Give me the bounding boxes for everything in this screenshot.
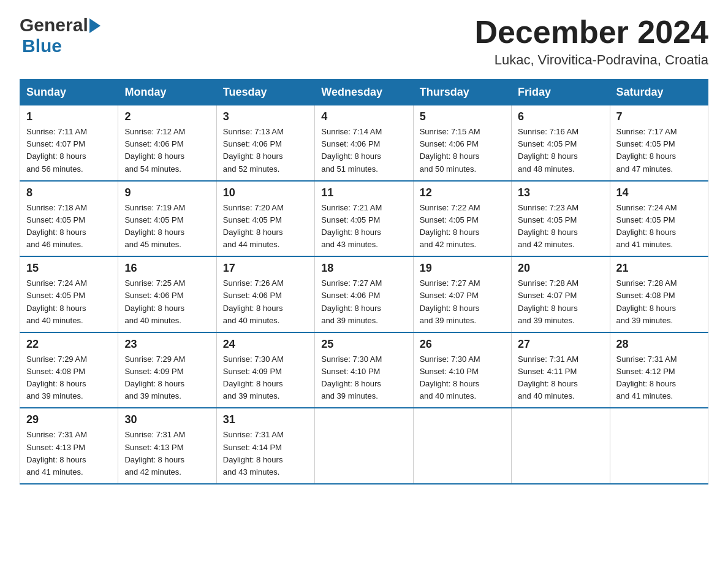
calendar-cell: 28 Sunrise: 7:31 AM Sunset: 4:12 PM Dayl… xyxy=(610,332,708,408)
day-info: Sunrise: 7:20 AM Sunset: 4:05 PM Dayligh… xyxy=(223,202,308,251)
day-number: 13 xyxy=(518,186,603,199)
day-info: Sunrise: 7:21 AM Sunset: 4:05 PM Dayligh… xyxy=(321,202,406,251)
calendar-cell: 1 Sunrise: 7:11 AM Sunset: 4:07 PM Dayli… xyxy=(20,105,118,181)
day-info: Sunrise: 7:29 AM Sunset: 4:08 PM Dayligh… xyxy=(26,353,112,403)
day-info: Sunrise: 7:31 AM Sunset: 4:13 PM Dayligh… xyxy=(124,429,210,478)
day-info: Sunrise: 7:12 AM Sunset: 4:06 PM Dayligh… xyxy=(124,126,210,175)
day-number: 11 xyxy=(321,186,406,199)
calendar-cell: 22 Sunrise: 7:29 AM Sunset: 4:08 PM Dayl… xyxy=(20,332,118,408)
calendar-header-tuesday: Tuesday xyxy=(216,80,314,105)
calendar-table: SundayMondayTuesdayWednesdayThursdayFrid… xyxy=(20,79,708,484)
calendar-cell: 15 Sunrise: 7:24 AM Sunset: 4:05 PM Dayl… xyxy=(20,256,118,332)
calendar-cell: 31 Sunrise: 7:31 AM Sunset: 4:14 PM Dayl… xyxy=(216,408,314,484)
calendar-cell: 20 Sunrise: 7:28 AM Sunset: 4:07 PM Dayl… xyxy=(512,256,610,332)
day-info: Sunrise: 7:13 AM Sunset: 4:06 PM Dayligh… xyxy=(223,126,308,175)
day-number: 3 xyxy=(223,110,308,123)
day-number: 2 xyxy=(124,110,210,123)
day-info: Sunrise: 7:31 AM Sunset: 4:12 PM Dayligh… xyxy=(616,353,702,403)
day-number: 7 xyxy=(616,110,702,123)
day-number: 29 xyxy=(26,413,112,426)
day-number: 1 xyxy=(26,110,112,123)
calendar-cell xyxy=(610,408,708,484)
day-info: Sunrise: 7:15 AM Sunset: 4:06 PM Dayligh… xyxy=(420,126,505,175)
title-block: December 2024 Lukac, Virovitica-Podravin… xyxy=(474,15,708,68)
day-number: 17 xyxy=(223,262,308,275)
day-number: 26 xyxy=(420,338,505,351)
calendar-cell: 13 Sunrise: 7:23 AM Sunset: 4:05 PM Dayl… xyxy=(512,181,610,257)
day-info: Sunrise: 7:24 AM Sunset: 4:05 PM Dayligh… xyxy=(26,277,112,327)
day-info: Sunrise: 7:30 AM Sunset: 4:10 PM Dayligh… xyxy=(420,353,505,403)
calendar-cell: 11 Sunrise: 7:21 AM Sunset: 4:05 PM Dayl… xyxy=(315,181,413,257)
day-info: Sunrise: 7:28 AM Sunset: 4:08 PM Dayligh… xyxy=(616,277,702,327)
page-header: General Blue December 2024 Lukac, Virovi… xyxy=(20,15,708,68)
day-number: 25 xyxy=(321,338,406,351)
day-number: 15 xyxy=(26,262,112,275)
day-number: 18 xyxy=(321,262,406,275)
day-number: 19 xyxy=(420,262,505,275)
day-number: 28 xyxy=(616,338,702,351)
day-info: Sunrise: 7:24 AM Sunset: 4:05 PM Dayligh… xyxy=(616,202,702,251)
day-info: Sunrise: 7:27 AM Sunset: 4:06 PM Dayligh… xyxy=(321,277,406,327)
day-number: 12 xyxy=(420,186,505,199)
day-info: Sunrise: 7:28 AM Sunset: 4:07 PM Dayligh… xyxy=(518,277,603,327)
calendar-cell: 10 Sunrise: 7:20 AM Sunset: 4:05 PM Dayl… xyxy=(216,181,314,257)
calendar-week-row: 29 Sunrise: 7:31 AM Sunset: 4:13 PM Dayl… xyxy=(20,408,708,484)
calendar-location: Lukac, Virovitica-Podravina, Croatia xyxy=(474,52,708,68)
calendar-header-monday: Monday xyxy=(118,80,216,105)
day-number: 9 xyxy=(124,186,210,199)
calendar-header-friday: Friday xyxy=(512,80,610,105)
day-info: Sunrise: 7:27 AM Sunset: 4:07 PM Dayligh… xyxy=(420,277,505,327)
day-number: 31 xyxy=(223,413,308,426)
day-number: 23 xyxy=(124,338,210,351)
calendar-cell: 4 Sunrise: 7:14 AM Sunset: 4:06 PM Dayli… xyxy=(315,105,413,181)
day-info: Sunrise: 7:30 AM Sunset: 4:09 PM Dayligh… xyxy=(223,353,308,403)
calendar-cell: 21 Sunrise: 7:28 AM Sunset: 4:08 PM Dayl… xyxy=(610,256,708,332)
calendar-cell: 30 Sunrise: 7:31 AM Sunset: 4:13 PM Dayl… xyxy=(118,408,216,484)
calendar-header-row: SundayMondayTuesdayWednesdayThursdayFrid… xyxy=(20,80,708,105)
day-number: 6 xyxy=(518,110,603,123)
calendar-week-row: 1 Sunrise: 7:11 AM Sunset: 4:07 PM Dayli… xyxy=(20,105,708,181)
logo-general-text: General xyxy=(20,15,88,36)
calendar-week-row: 15 Sunrise: 7:24 AM Sunset: 4:05 PM Dayl… xyxy=(20,256,708,332)
calendar-cell: 29 Sunrise: 7:31 AM Sunset: 4:13 PM Dayl… xyxy=(20,408,118,484)
day-number: 21 xyxy=(616,262,702,275)
day-info: Sunrise: 7:30 AM Sunset: 4:10 PM Dayligh… xyxy=(321,353,406,403)
calendar-cell: 5 Sunrise: 7:15 AM Sunset: 4:06 PM Dayli… xyxy=(413,105,511,181)
day-info: Sunrise: 7:26 AM Sunset: 4:06 PM Dayligh… xyxy=(223,277,308,327)
calendar-cell: 25 Sunrise: 7:30 AM Sunset: 4:10 PM Dayl… xyxy=(315,332,413,408)
calendar-cell: 24 Sunrise: 7:30 AM Sunset: 4:09 PM Dayl… xyxy=(216,332,314,408)
calendar-cell xyxy=(315,408,413,484)
calendar-cell: 3 Sunrise: 7:13 AM Sunset: 4:06 PM Dayli… xyxy=(216,105,314,181)
day-info: Sunrise: 7:23 AM Sunset: 4:05 PM Dayligh… xyxy=(518,202,603,251)
day-info: Sunrise: 7:17 AM Sunset: 4:05 PM Dayligh… xyxy=(616,126,702,175)
day-number: 14 xyxy=(616,186,702,199)
calendar-cell: 27 Sunrise: 7:31 AM Sunset: 4:11 PM Dayl… xyxy=(512,332,610,408)
logo-blue-text: Blue xyxy=(22,36,62,56)
calendar-header-sunday: Sunday xyxy=(20,80,118,105)
day-info: Sunrise: 7:31 AM Sunset: 4:14 PM Dayligh… xyxy=(223,429,308,478)
day-number: 22 xyxy=(26,338,112,351)
calendar-cell: 18 Sunrise: 7:27 AM Sunset: 4:06 PM Dayl… xyxy=(315,256,413,332)
calendar-cell: 23 Sunrise: 7:29 AM Sunset: 4:09 PM Dayl… xyxy=(118,332,216,408)
day-number: 10 xyxy=(223,186,308,199)
calendar-cell: 16 Sunrise: 7:25 AM Sunset: 4:06 PM Dayl… xyxy=(118,256,216,332)
calendar-title: December 2024 xyxy=(474,15,708,50)
logo: General Blue xyxy=(20,15,103,56)
day-info: Sunrise: 7:31 AM Sunset: 4:11 PM Dayligh… xyxy=(518,353,603,403)
calendar-cell: 7 Sunrise: 7:17 AM Sunset: 4:05 PM Dayli… xyxy=(610,105,708,181)
calendar-cell: 17 Sunrise: 7:26 AM Sunset: 4:06 PM Dayl… xyxy=(216,256,314,332)
day-info: Sunrise: 7:14 AM Sunset: 4:06 PM Dayligh… xyxy=(321,126,406,175)
calendar-week-row: 22 Sunrise: 7:29 AM Sunset: 4:08 PM Dayl… xyxy=(20,332,708,408)
day-info: Sunrise: 7:22 AM Sunset: 4:05 PM Dayligh… xyxy=(420,202,505,251)
calendar-header-wednesday: Wednesday xyxy=(315,80,413,105)
calendar-week-row: 8 Sunrise: 7:18 AM Sunset: 4:05 PM Dayli… xyxy=(20,181,708,257)
day-number: 27 xyxy=(518,338,603,351)
day-number: 4 xyxy=(321,110,406,123)
calendar-header-thursday: Thursday xyxy=(413,80,511,105)
calendar-cell: 19 Sunrise: 7:27 AM Sunset: 4:07 PM Dayl… xyxy=(413,256,511,332)
calendar-cell: 14 Sunrise: 7:24 AM Sunset: 4:05 PM Dayl… xyxy=(610,181,708,257)
day-number: 30 xyxy=(124,413,210,426)
day-number: 20 xyxy=(518,262,603,275)
calendar-cell: 6 Sunrise: 7:16 AM Sunset: 4:05 PM Dayli… xyxy=(512,105,610,181)
calendar-cell: 9 Sunrise: 7:19 AM Sunset: 4:05 PM Dayli… xyxy=(118,181,216,257)
